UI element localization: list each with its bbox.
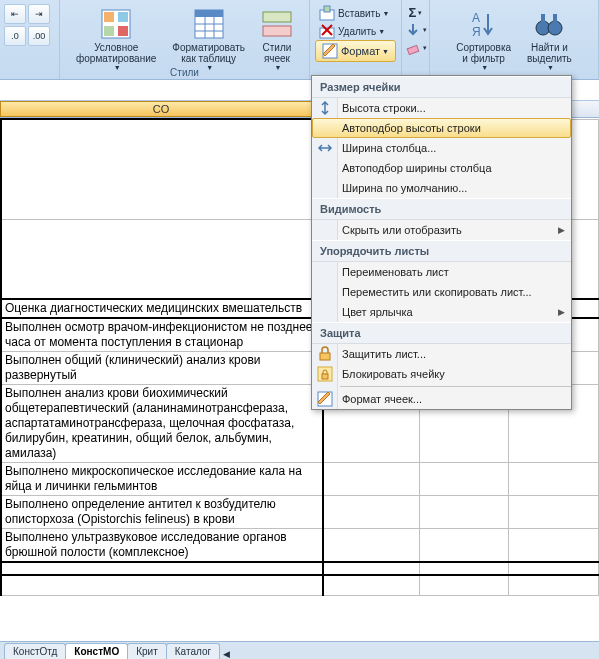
delete-icon xyxy=(319,23,335,39)
cell[interactable] xyxy=(1,119,323,219)
menu-format-cells[interactable]: Формат ячеек... xyxy=(312,389,571,409)
menu-hide-unhide[interactable]: Скрыть или отобразить ▶ xyxy=(312,220,571,240)
ribbon: ⇤ ⇥ .0 .00 Условное форматирование▼ Форм… xyxy=(0,0,599,80)
cell[interactable] xyxy=(509,463,599,496)
column-header-selected[interactable]: CO xyxy=(0,101,322,117)
menu-move-copy-sheet[interactable]: Переместить или скопировать лист... xyxy=(312,282,571,302)
cell[interactable]: Выполнен анализ крови биохимический обще… xyxy=(1,385,323,463)
menu-row-height[interactable]: Высота строки... xyxy=(312,98,571,118)
format-as-table-button[interactable]: Форматировать как таблицу▼ xyxy=(168,6,249,73)
cell[interactable] xyxy=(323,463,419,496)
menu-rename-sheet[interactable]: Переименовать лист xyxy=(312,262,571,282)
cell[interactable] xyxy=(419,529,509,563)
menu-lock-cell[interactable]: Блокировать ячейку xyxy=(312,364,571,384)
clear-button[interactable]: ▾ xyxy=(403,39,429,57)
column-width-icon xyxy=(316,139,334,157)
cell[interactable] xyxy=(509,562,599,575)
sheet-tab-active[interactable]: КонстМО xyxy=(65,643,128,659)
menu-autofit-row-height[interactable]: Автоподбор высоты строки xyxy=(312,118,571,138)
autosum-button[interactable]: Σ▾ xyxy=(407,4,425,21)
sort-filter-button[interactable]: AЯ Сортировка и фильтр▼ xyxy=(452,6,515,73)
sheet-tab[interactable]: КонстОтд xyxy=(4,643,66,659)
cell[interactable]: Выполнен осмотр врачом-инфекционистом не… xyxy=(1,318,323,352)
menu-format-cells-label: Формат ячеек... xyxy=(342,393,422,405)
ribbon-fragment-left: ⇤ ⇥ .0 .00 xyxy=(0,0,60,79)
svg-rect-4 xyxy=(118,26,128,36)
tab-scroll-left-icon[interactable]: ◀ xyxy=(219,649,234,659)
cell[interactable] xyxy=(419,496,509,529)
cell[interactable] xyxy=(323,575,419,595)
svg-rect-14 xyxy=(324,6,330,12)
find-select-label: Найти и выделить xyxy=(527,42,572,64)
menu-protect-sheet[interactable]: Защитить лист... xyxy=(312,344,571,364)
dropdown-separator xyxy=(340,386,571,387)
cell[interactable]: Выполнено микроскопическое исследование … xyxy=(1,463,323,496)
menu-column-width[interactable]: Ширина столбца... xyxy=(312,138,571,158)
cell[interactable] xyxy=(323,562,419,575)
insert-button[interactable]: Вставить▼ xyxy=(315,4,396,22)
indent-increase-btn[interactable]: ⇥ xyxy=(28,4,50,24)
cell[interactable] xyxy=(323,496,419,529)
cell[interactable] xyxy=(419,562,509,575)
cell-styles-button[interactable]: Стили ячеек▼ xyxy=(257,6,297,73)
conditional-formatting-icon xyxy=(100,8,132,40)
decimal-increase-btn[interactable]: .00 xyxy=(28,26,50,46)
indent-decrease-btn[interactable]: ⇤ xyxy=(4,4,26,24)
conditional-formatting-label: Условное форматирование xyxy=(76,42,156,64)
dropdown-section-cell-size: Размер ячейки xyxy=(312,76,571,98)
cell[interactable]: Выполнен общий (клинический) анализ кров… xyxy=(1,352,323,385)
cell[interactable] xyxy=(509,575,599,595)
ribbon-group-editing: AЯ Сортировка и фильтр▼ Найти и выделить… xyxy=(430,0,599,79)
indent-decrease-icon: ⇤ xyxy=(11,9,19,19)
cell[interactable] xyxy=(323,529,419,563)
svg-rect-24 xyxy=(541,14,545,24)
menu-protect-sheet-label: Защитить лист... xyxy=(342,348,426,360)
svg-rect-28 xyxy=(322,374,328,379)
column-header-label: CO xyxy=(153,103,170,115)
menu-autofit-column-width[interactable]: Автоподбор ширины столбца xyxy=(312,158,571,178)
svg-rect-25 xyxy=(553,14,557,24)
menu-tab-color-label: Цвет ярлычка xyxy=(342,306,413,318)
cell[interactable] xyxy=(1,219,323,299)
svg-rect-6 xyxy=(195,10,223,17)
chevron-right-icon: ▶ xyxy=(558,307,565,317)
svg-text:Я: Я xyxy=(472,25,481,39)
sigma-icon: Σ xyxy=(409,5,417,20)
sheet-tab[interactable]: Каталог xyxy=(166,643,220,659)
format-as-table-label: Форматировать как таблицу xyxy=(172,42,245,64)
cell[interactable] xyxy=(1,562,323,575)
sheet-tab[interactable]: Крит xyxy=(127,643,167,659)
format-label: Формат xyxy=(341,45,380,57)
conditional-formatting-button[interactable]: Условное форматирование▼ xyxy=(72,6,160,73)
menu-row-height-label: Высота строки... xyxy=(342,102,426,114)
cell[interactable] xyxy=(419,463,509,496)
cell[interactable] xyxy=(1,575,323,595)
menu-tab-color[interactable]: Цвет ярлычка ▶ xyxy=(312,302,571,322)
find-select-button[interactable]: Найти и выделить▼ xyxy=(523,6,576,73)
svg-rect-2 xyxy=(118,12,128,22)
cell[interactable] xyxy=(509,496,599,529)
insert-label: Вставить xyxy=(338,8,380,19)
menu-default-width[interactable]: Ширина по умолчанию... xyxy=(312,178,571,198)
decimal-decrease-icon: .0 xyxy=(11,31,19,41)
ribbon-group-cells: Вставить▼ Удалить▼ Формат▼ xyxy=(310,0,402,79)
decimal-decrease-btn[interactable]: .0 xyxy=(4,26,26,46)
menu-move-copy-label: Переместить или скопировать лист... xyxy=(342,286,532,298)
format-cells-icon xyxy=(316,390,334,408)
svg-text:A: A xyxy=(472,11,480,25)
cell[interactable] xyxy=(509,529,599,563)
format-button[interactable]: Формат▼ xyxy=(315,40,396,62)
delete-button[interactable]: Удалить▼ xyxy=(315,22,396,40)
cell[interactable]: Выполнено определение антител к возбудит… xyxy=(1,496,323,529)
chevron-down-icon: ▾ xyxy=(423,26,427,34)
indent-increase-icon: ⇥ xyxy=(35,9,43,19)
svg-rect-26 xyxy=(320,353,330,360)
menu-rename-label: Переименовать лист xyxy=(342,266,449,278)
cell[interactable] xyxy=(419,575,509,595)
cell[interactable]: Оценка диагностических медицинских вмеша… xyxy=(1,299,323,318)
chevron-down-icon: ▼ xyxy=(382,48,389,55)
binoculars-icon xyxy=(533,8,565,40)
lock-cell-icon xyxy=(316,365,334,383)
cell[interactable]: Выполнено ультразвуковое исследование ор… xyxy=(1,529,323,563)
fill-button[interactable]: ▾ xyxy=(403,21,429,39)
